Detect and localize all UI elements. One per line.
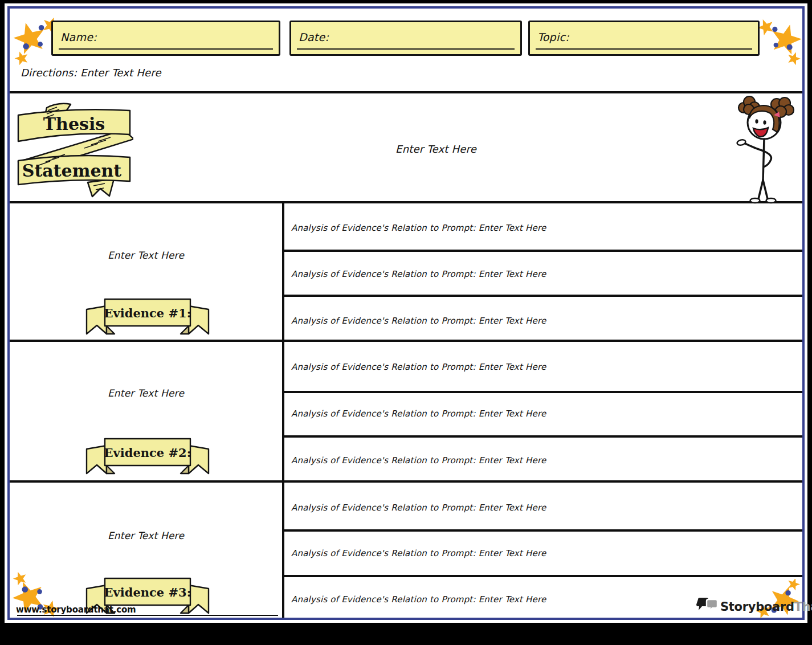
thesis-ribbon-banner: Thesis Statement xyxy=(13,97,133,198)
name-field-label: Name: xyxy=(60,31,97,43)
analysis-cell[interactable]: Analysis of Evidence's Relation to Promp… xyxy=(291,547,793,560)
evidence-2-text[interactable]: Enter Text Here xyxy=(10,387,282,399)
table-border xyxy=(10,480,802,483)
evidence-1-banner-label: Evidence #1: xyxy=(104,306,191,320)
table-border xyxy=(10,201,802,203)
table-row-divider xyxy=(282,250,802,252)
storyboardthat-logo: StoryboardThat xyxy=(720,600,812,614)
table-row-divider xyxy=(282,435,802,438)
website-url: www.storyboardthat.com xyxy=(16,605,136,615)
analysis-cell[interactable]: Analysis of Evidence's Relation to Promp… xyxy=(291,268,793,280)
analysis-cell[interactable]: Analysis of Evidence's Relation to Promp… xyxy=(291,222,793,234)
field-underline xyxy=(297,48,515,50)
table-border xyxy=(10,340,802,342)
table-row-divider xyxy=(282,575,802,577)
evidence-3-banner-label: Evidence #3: xyxy=(104,585,191,599)
table-row-divider xyxy=(282,391,802,393)
field-underline xyxy=(59,48,273,50)
analysis-cell[interactable]: Analysis of Evidence's Relation to Promp… xyxy=(291,501,793,514)
field-underline xyxy=(536,48,752,50)
url-underline xyxy=(17,615,278,616)
speech-bubbles-logo-icon xyxy=(696,597,720,615)
evidence-1-banner: Evidence #1: xyxy=(85,294,210,338)
date-field[interactable]: Date: xyxy=(289,21,522,56)
analysis-cell[interactable]: Analysis of Evidence's Relation to Promp… xyxy=(291,361,793,373)
table-border xyxy=(10,91,802,93)
evidence-1-text[interactable]: Enter Text Here xyxy=(10,249,282,262)
name-field[interactable]: Name: xyxy=(51,21,280,56)
thesis-ribbon-text-top: Thesis xyxy=(43,114,105,134)
analysis-cell[interactable]: Analysis of Evidence's Relation to Promp… xyxy=(291,407,793,420)
topic-field-label: Topic: xyxy=(537,31,569,43)
table-column-divider xyxy=(282,201,284,618)
analysis-cell[interactable]: Analysis of Evidence's Relation to Promp… xyxy=(291,315,793,327)
thesis-statement-text[interactable]: Enter Text Here xyxy=(274,143,598,155)
evidence-2-banner: Evidence #2: xyxy=(85,434,210,478)
logo-text-storyboard: Storyboard xyxy=(720,600,794,614)
logo-text-that: That xyxy=(794,600,812,614)
pointing-girl-illustration xyxy=(734,95,794,204)
directions-text: Directions: Enter Text Here xyxy=(21,67,161,79)
thesis-ribbon-text-bottom: Statement xyxy=(22,161,122,181)
evidence-2-banner-label: Evidence #2: xyxy=(104,446,191,460)
star-cluster-icon xyxy=(754,11,807,66)
analysis-cell[interactable]: Analysis of Evidence's Relation to Promp… xyxy=(291,454,793,467)
table-row-divider xyxy=(282,295,802,297)
evidence-3-text[interactable]: Enter Text Here xyxy=(10,529,282,542)
topic-field[interactable]: Topic: xyxy=(528,21,760,56)
table-row-divider xyxy=(282,529,802,532)
date-field-label: Date: xyxy=(299,31,329,43)
